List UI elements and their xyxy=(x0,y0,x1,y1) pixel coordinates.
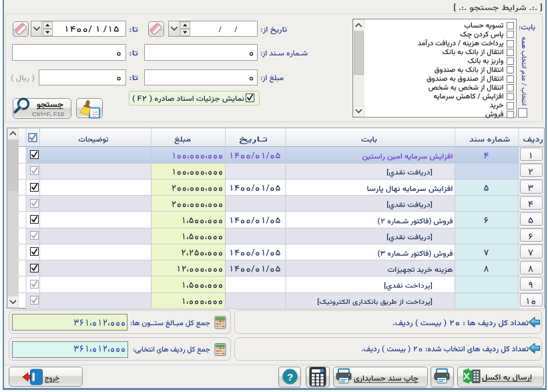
svg-text:Ctrl+F, F10: Ctrl+F, F10 xyxy=(32,110,64,118)
svg-text:?: ? xyxy=(287,371,293,383)
